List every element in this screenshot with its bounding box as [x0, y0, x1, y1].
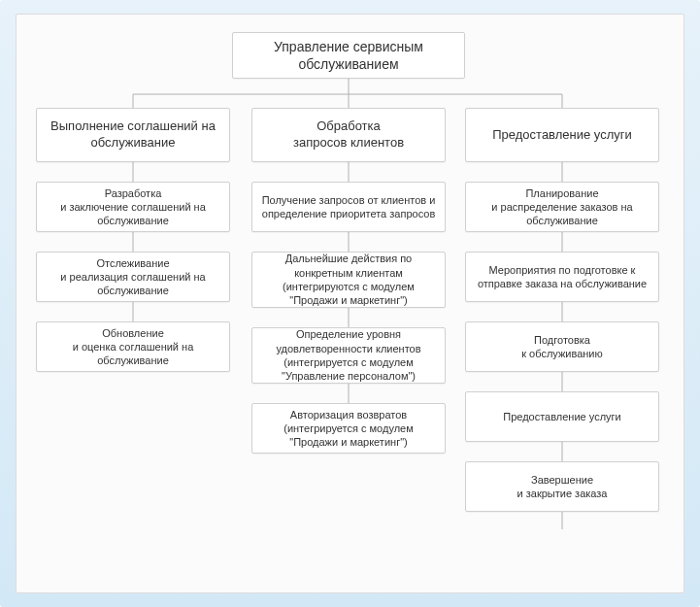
branch-1: Обработказапросов клиентов: [251, 108, 446, 162]
leaf-1-0-label: Получение запросов от клиентов и определ…: [260, 193, 437, 221]
leaf-1-2-label: Определение уровня удовлетворенности кли…: [260, 327, 437, 383]
leaf-0-1: Отслеживаниеи реализация соглашений на о…: [36, 252, 230, 302]
diagram-canvas: Управление сервисным обслуживанием Выпол…: [16, 14, 684, 593]
leaf-2-4-label: Завершениеи закрытие заказа: [517, 473, 608, 501]
leaf-2-4: Завершениеи закрытие заказа: [465, 461, 659, 512]
leaf-0-2-label: Обновлениеи оценка соглашений на обслужи…: [45, 326, 221, 368]
leaf-2-2: Подготовкак обслуживанию: [465, 321, 659, 372]
leaf-0-0-label: Разработкаи заключение соглашений на обс…: [45, 186, 221, 228]
leaf-1-3-label: Авторизация возвратов (интегрируется с м…: [260, 408, 437, 450]
leaf-2-3-label: Предоставление услуги: [503, 410, 620, 423]
leaf-1-1-label: Дальнейшие действия по конкретным клиент…: [260, 252, 437, 307]
branch-2: Предоставление услуги: [465, 108, 659, 162]
leaf-2-3: Предоставление услуги: [465, 391, 659, 442]
root-label: Управление сервисным обслуживанием: [241, 38, 456, 73]
leaf-2-0: Планированиеи распределение заказов на о…: [465, 182, 659, 232]
diagram-frame: Управление сервисным обслуживанием Выпол…: [0, 0, 700, 607]
leaf-2-1: Мероприятия по подготовке к отправке зак…: [465, 252, 659, 302]
leaf-2-2-label: Подготовкак обслуживанию: [521, 333, 603, 361]
leaf-0-0: Разработкаи заключение соглашений на обс…: [36, 182, 230, 232]
leaf-1-2: Определение уровня удовлетворенности кли…: [251, 327, 446, 384]
root-node: Управление сервисным обслуживанием: [232, 32, 465, 79]
branch-2-label: Предоставление услуги: [492, 127, 632, 144]
leaf-1-3: Авторизация возвратов (интегрируется с м…: [251, 403, 446, 454]
leaf-0-2: Обновлениеи оценка соглашений на обслужи…: [36, 321, 230, 372]
leaf-1-0: Получение запросов от клиентов и определ…: [251, 182, 446, 232]
leaf-2-0-label: Планированиеи распределение заказов на о…: [474, 186, 650, 228]
branch-0: Выполнение соглашений на обслуживание: [36, 108, 230, 162]
leaf-2-1-label: Мероприятия по подготовке к отправке зак…: [474, 263, 650, 291]
branch-0-label: Выполнение соглашений на обслуживание: [45, 118, 221, 152]
leaf-0-1-label: Отслеживаниеи реализация соглашений на о…: [45, 256, 221, 298]
branch-1-label: Обработказапросов клиентов: [293, 118, 404, 152]
leaf-1-1: Дальнейшие действия по конкретным клиент…: [251, 252, 446, 308]
